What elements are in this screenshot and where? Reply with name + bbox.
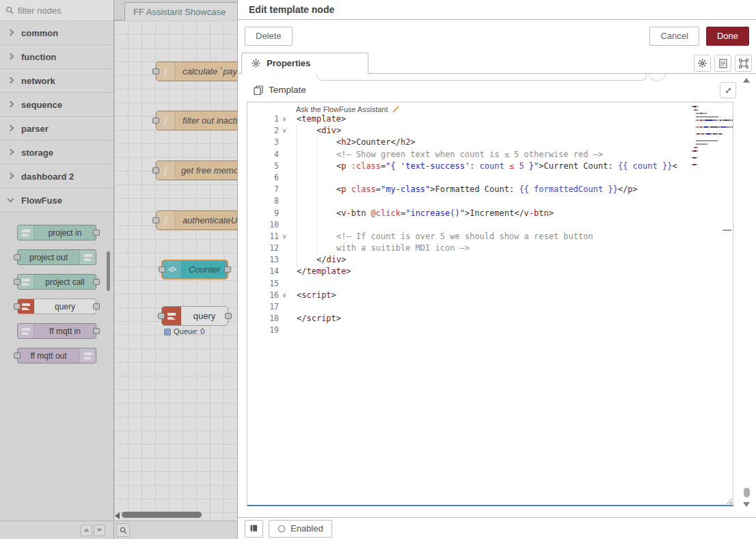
output-port[interactable] bbox=[224, 266, 231, 273]
line-number: 19 bbox=[247, 324, 279, 336]
input-port[interactable] bbox=[152, 167, 159, 174]
clipped-circle-button[interactable] bbox=[649, 74, 666, 81]
tray-body: Template Ask the FlowFuse Assistant 1∨<t… bbox=[238, 74, 756, 517]
minimap-chip bbox=[695, 109, 697, 111]
enabled-label: Enabled bbox=[291, 523, 323, 534]
indent-guide bbox=[316, 243, 317, 254]
name-field-clipped[interactable] bbox=[316, 74, 647, 81]
input-port[interactable] bbox=[14, 279, 21, 285]
fold-gutter bbox=[279, 301, 290, 313]
input-port[interactable] bbox=[152, 118, 159, 124]
flow-node-authenticateu[interactable]: ƒauthenticateU bbox=[156, 210, 238, 230]
input-port[interactable] bbox=[14, 353, 21, 359]
minimap-chip bbox=[697, 157, 697, 158]
cancel-button[interactable]: Cancel bbox=[649, 27, 699, 46]
enabled-toggle-button[interactable]: Enabled bbox=[269, 520, 332, 538]
palette-node-query[interactable]: query bbox=[17, 299, 96, 314]
expand-editor-button[interactable] bbox=[720, 82, 736, 98]
output-port[interactable] bbox=[93, 230, 100, 236]
tray-scroll-up-arrow[interactable] bbox=[743, 78, 750, 83]
tray-scroll-thumb[interactable] bbox=[744, 488, 750, 497]
code-line: 14</template> bbox=[247, 266, 733, 277]
palette-category-dashboard-2[interactable]: dashboard 2 bbox=[0, 165, 113, 189]
flow-tab[interactable]: FF Assistant Showcase bbox=[124, 2, 238, 21]
minimap-chip bbox=[706, 133, 711, 135]
flow-node-query[interactable]: query bbox=[161, 306, 228, 326]
fold-marker-icon[interactable]: ∨ bbox=[279, 231, 290, 243]
palette-category-flowfuse[interactable]: FlowFuse bbox=[0, 189, 113, 212]
hscroll-thumb[interactable] bbox=[122, 512, 202, 518]
code-token: </ bbox=[297, 266, 306, 276]
input-port[interactable] bbox=[152, 68, 159, 74]
minimap-chip bbox=[697, 164, 697, 165]
code-token: count bbox=[633, 161, 658, 171]
tray-scroll-down-arrow[interactable] bbox=[743, 502, 750, 507]
node-palette: commonfunctionnetworksequenceparserstora… bbox=[0, 0, 114, 539]
code-token: < bbox=[672, 161, 677, 171]
assistant-hint[interactable]: Ask the FlowFuse Assistant bbox=[247, 102, 733, 113]
appearance-button[interactable] bbox=[735, 55, 752, 72]
palette-category-storage[interactable]: storage bbox=[0, 141, 113, 165]
minimap-chip bbox=[693, 106, 697, 107]
fold-marker-icon[interactable]: ∨ bbox=[279, 125, 290, 137]
minimap[interactable] bbox=[692, 105, 727, 169]
code-line: 15 bbox=[247, 278, 733, 290]
template-code-editor[interactable]: Ask the FlowFuse Assistant 1∨<template>2… bbox=[247, 102, 733, 506]
palette-category-sequence[interactable]: sequence bbox=[0, 93, 113, 117]
flow-node-label: get free memo bbox=[176, 165, 238, 176]
flowfuse-logo-icon bbox=[21, 303, 31, 311]
delete-button[interactable]: Delete bbox=[245, 27, 293, 46]
code-line-content bbox=[290, 219, 733, 231]
fold-gutter bbox=[279, 266, 290, 277]
docs-button[interactable] bbox=[245, 520, 263, 538]
fold-marker-icon[interactable]: ∨ bbox=[279, 290, 290, 301]
expand-categories-button[interactable] bbox=[94, 525, 105, 536]
flow-node-calculate-pay[interactable]: ƒcalculate `pay bbox=[156, 61, 238, 81]
palette-category-parser[interactable]: parser bbox=[0, 117, 113, 141]
code-token: div bbox=[326, 255, 341, 264]
assistant-hint-label: Ask the FlowFuse Assistant bbox=[296, 105, 388, 113]
palette-search[interactable] bbox=[0, 0, 113, 21]
flow-node-filter-out-inacti[interactable]: ƒfilter out inacti bbox=[156, 111, 238, 130]
palette-category-function[interactable]: function bbox=[0, 45, 113, 69]
flowfuse-logo-icon bbox=[162, 307, 181, 325]
palette-footer bbox=[0, 521, 113, 539]
palette-node-project-call[interactable]: project call bbox=[17, 274, 96, 290]
input-port[interactable] bbox=[14, 303, 21, 309]
done-button[interactable]: Done bbox=[706, 27, 749, 46]
description-button[interactable] bbox=[714, 55, 731, 72]
flow-node-get-free-memo[interactable]: ƒget free memo bbox=[156, 161, 238, 180]
palette-node-project-in[interactable]: project in bbox=[17, 225, 96, 240]
navigator-button[interactable] bbox=[116, 523, 130, 537]
code-line-content bbox=[290, 195, 733, 207]
output-port[interactable] bbox=[225, 313, 232, 319]
indent-guide bbox=[297, 125, 297, 137]
search-input[interactable] bbox=[18, 5, 93, 16]
palette-category-common[interactable]: common bbox=[0, 21, 113, 45]
minimap-chip bbox=[697, 120, 698, 121]
palette-node-project-out[interactable]: project out bbox=[17, 249, 96, 265]
palette-node-ff-mqtt-out[interactable]: ff mqtt out bbox=[17, 348, 96, 363]
palette-category-network[interactable]: network bbox=[0, 69, 113, 93]
output-port[interactable] bbox=[93, 328, 100, 334]
flow-node-counter[interactable]: </>Counter bbox=[161, 260, 228, 279]
fold-gutter bbox=[279, 313, 290, 324]
input-port[interactable] bbox=[14, 254, 21, 260]
palette-node-ff-mqtt-in[interactable]: ff mqtt in bbox=[17, 323, 96, 339]
category-label: common bbox=[21, 28, 58, 38]
input-port[interactable] bbox=[159, 266, 165, 273]
indent-guide bbox=[297, 219, 297, 231]
input-port[interactable] bbox=[158, 313, 165, 319]
output-port[interactable] bbox=[93, 303, 100, 309]
tab-properties[interactable]: Properties bbox=[241, 53, 368, 74]
node-settings-button[interactable] bbox=[694, 55, 711, 72]
palette-scrollbar-thumb[interactable] bbox=[107, 251, 110, 291]
output-port[interactable] bbox=[93, 279, 100, 285]
hscroll-left-arrow[interactable] bbox=[115, 512, 120, 519]
editor-resize-handle[interactable] bbox=[725, 497, 732, 504]
input-port[interactable] bbox=[152, 217, 159, 223]
collapse-categories-button[interactable] bbox=[81, 525, 92, 536]
minimap-chip bbox=[696, 120, 697, 121]
code-line: 5<p :class="{ 'text-success': count ≤ 5 … bbox=[247, 161, 733, 172]
fold-marker-icon[interactable]: ∨ bbox=[279, 113, 290, 125]
